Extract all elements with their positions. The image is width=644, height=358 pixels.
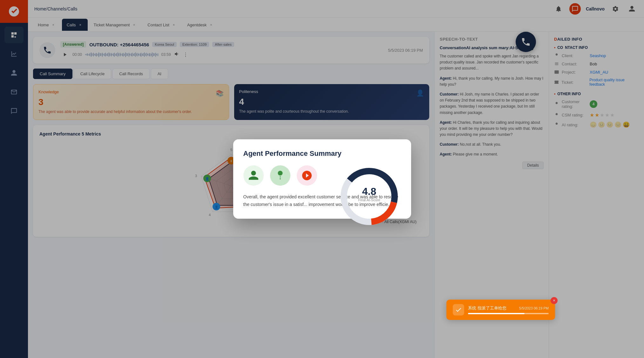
- donut-svg: 4.8 Final AI-Score: [337, 165, 401, 228]
- toast-icon: [453, 304, 464, 315]
- svg-text:Final AI-Score: Final AI-Score: [358, 198, 380, 202]
- modal-icon-3: [297, 165, 317, 186]
- toast-title: 系统 指派了工单给您: [468, 305, 506, 311]
- toast-progress-fill: [468, 313, 525, 314]
- modal-title: Agent Performance Summary: [243, 149, 401, 158]
- modal-icon-1: [243, 165, 264, 186]
- toast-close-btn[interactable]: ×: [551, 297, 558, 304]
- toast-notification: × 系统 指派了工单给您 5/5/2023 06:19 PM: [446, 300, 555, 320]
- toast-time: 5/5/2023 06:19 PM: [519, 306, 549, 310]
- toast-content: 系统 指派了工单给您 5/5/2023 06:19 PM: [468, 305, 549, 314]
- svg-text:4.8: 4.8: [362, 186, 376, 197]
- toast-progress-bar: [468, 313, 549, 314]
- modal-icon-2: [270, 165, 290, 186]
- agent-performance-modal: Agent Performance Summary Overall, the a…: [233, 139, 411, 219]
- donut-chart: 4.8 Final AI-Score: [337, 165, 401, 229]
